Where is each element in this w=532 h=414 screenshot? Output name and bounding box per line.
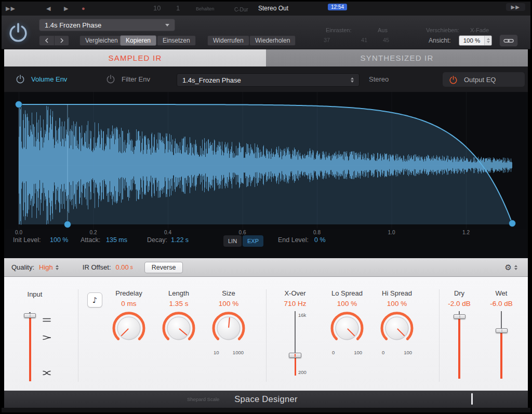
paste-button[interactable]: Einsetzen [157,35,196,46]
input-blend-icon[interactable] [42,334,52,341]
ir-sample-dropdown[interactable]: 1.4s_Frozen Phase [177,73,360,87]
plugin-title: Space Designer [234,394,298,404]
output-eq-label: Output EQ [464,76,496,84]
time-tick: 1.0 [388,230,395,235]
preset-dropdown[interactable]: 1.4s Frozen Phase [39,19,175,31]
predelay-knob[interactable] [112,311,146,345]
lo-spread-group: Lo Spread 100 % 0 100 [330,289,364,355]
size-group: Size 100 % 10 1000 [211,289,246,355]
lo-spread-label: Lo Spread [331,289,363,298]
ir-offset-label: IR Offset: [83,263,111,271]
gear-icon[interactable]: ⚙ [505,263,512,272]
divider [439,289,440,382]
waveform-envelope-editor[interactable] [5,92,527,229]
slider-handle[interactable] [24,313,36,318]
fast-forward-icon[interactable]: ▶▶ [6,5,16,12]
envelope-info-row: Init Level: 100 % Attack: 135 ms Decay: … [4,236,528,249]
preset-nav [39,35,69,46]
ir-offset-unit: s [130,264,133,270]
length-label: Length [168,289,189,298]
plugin-bypass-button[interactable] [8,22,29,43]
wet-label: Wet [496,289,508,298]
lcd-behalten-label: Behalten [196,6,215,11]
hi-spread-knob[interactable] [380,311,414,345]
next-preset-button[interactable] [54,35,69,46]
attack-value[interactable]: 135 ms [106,236,127,244]
length-value[interactable]: 1.35 s [169,300,189,308]
xover-slider[interactable]: 16k 200 [278,311,312,378]
plugin-header: 1.4s Frozen Phase Vergleichen Kopieren E… [2,16,530,49]
dry-label: Dry [454,289,464,298]
filter-env-tab[interactable]: Filter Env [122,75,150,83]
slider-fill [295,358,296,376]
linear-curve-button[interactable]: LIN [223,235,242,247]
slider-handle[interactable] [496,328,508,333]
tab-sampled-ir[interactable]: SAMPLED IR [4,49,266,66]
decay-label: Decay: [147,236,167,244]
filter-env-power-button[interactable] [106,74,115,84]
tab-synthesized-ir[interactable]: SYNTHESIZED IR [266,49,528,66]
redo-button[interactable]: Wiederholen [249,35,296,46]
volume-env-power-button[interactable] [16,74,25,84]
xover-label: X-Over [284,289,305,298]
length-knob[interactable] [162,311,196,345]
hi-spread-value[interactable]: 100 % [387,300,407,308]
exponential-curve-button[interactable]: EXP [243,235,263,247]
slider-handle[interactable] [289,353,301,358]
lo-spread-knob[interactable] [330,311,364,345]
view-label: Ansicht: [429,37,451,44]
undo-button[interactable]: Widerrufen [207,35,249,46]
view-zoom-stepper[interactable]: 100 % [459,35,492,46]
input-section: Input [6,290,63,385]
copy-button[interactable]: Kopieren [120,35,156,46]
drag-label: Verschieben: [426,27,459,33]
ir-mode-tabs: SAMPLED IR SYNTHESIZED IR [4,49,528,66]
dry-slider[interactable] [442,311,476,381]
predelay-value[interactable]: 0 ms [121,300,136,308]
input-stereo-icon[interactable] [42,316,52,324]
stepper-arrows[interactable] [484,36,491,45]
time-tick: 1.2 [462,230,470,235]
size-knob[interactable] [211,311,246,345]
dry-value[interactable]: -2.0 dB [448,300,471,308]
play-icon[interactable]: ▶ [64,5,69,12]
output-eq-power-button[interactable] [449,75,458,84]
lo-spread-min-label: 0 [332,350,335,355]
init-level-value[interactable]: 100 % [50,236,68,244]
decay-value[interactable]: 1.22 s [171,236,189,244]
envelope-display-section: 0.00.20.40.60.81.01.2 Init Level: 100 % … [4,92,528,258]
slider-handle[interactable] [454,314,466,319]
output-eq-group[interactable]: Output EQ [443,72,525,87]
size-value[interactable]: 100 % [219,300,238,308]
volume-env-tab[interactable]: Volume Env [31,75,67,83]
quality-value-dropdown[interactable]: High [39,263,53,271]
xover-min-label: 200 [298,369,307,375]
power-icon [8,22,29,43]
input-crossfeed-icon[interactable] [42,369,52,377]
end-level-value[interactable]: 0 % [314,236,326,244]
size-max-label: 1000 [233,350,244,355]
chevron-down-icon [165,24,169,26]
chevron-left-icon [45,38,49,43]
record-icon[interactable]: ● [82,5,86,11]
input-slider[interactable] [6,312,63,385]
wet-slider[interactable] [484,311,518,381]
xover-value[interactable]: 710 Hz [284,300,307,308]
rewind-icon[interactable]: ◀ [46,5,51,12]
wet-value[interactable]: -6.0 dB [490,300,513,308]
lo-spread-value[interactable]: 100 % [337,300,357,308]
prev-preset-button[interactable] [39,35,54,46]
xover-max-label: 16k [298,312,306,318]
host-right-controls[interactable]: ▶▶ [506,3,525,11]
dry-group: Dry -2.0 dB [442,289,476,381]
compare-button[interactable]: Vergleichen [79,35,124,46]
reverse-button[interactable]: Reverse [144,262,183,273]
link-button[interactable] [499,34,518,47]
divider [266,289,267,382]
end-level-label: End Level: [278,236,309,244]
hi-spread-min-label: 0 [382,350,384,355]
predelay-sync-button[interactable]: ♪ [87,292,102,308]
ir-offset-value[interactable]: 0.00 [116,263,129,271]
slider-fill [458,318,460,379]
slider-fill [500,332,502,379]
